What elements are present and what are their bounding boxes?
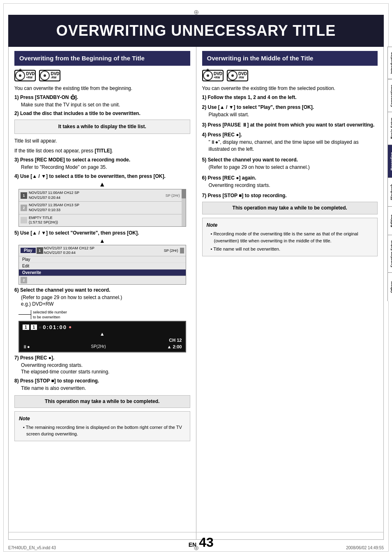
tab-playback[interactable]: Playback bbox=[387, 177, 392, 206]
title-list: 1 NOV/21/07 11:00AM CH12 SPNOV/21/07 0:2… bbox=[18, 189, 186, 227]
rec-remaining: ▲ 2:00 bbox=[167, 344, 182, 349]
rec-bottom-row: ⏸● SP(2Hr) ▲ 2:00 bbox=[23, 344, 182, 349]
rec-label-line-h1 bbox=[18, 314, 31, 315]
rec-screen: 1 1 ○ 0:01:00 ● ▲ CH 12 ⏸● SP(2Hr) ▲ 2:0… bbox=[18, 321, 186, 352]
title-info-1: NOV/21/07 11:00AM CH12 SPNOV/21/07 0:20:… bbox=[29, 191, 164, 200]
context-menu-area: ▲ Play 1 NOV/21/07 11:00AM CH12 SPNOV/21… bbox=[18, 237, 186, 285]
right-step-1: 1) Follow the steps 1, 2 and 4 on the le… bbox=[202, 94, 378, 100]
left-section-header: Overwriting from the Beginning of the Ti… bbox=[14, 51, 190, 66]
dvd-logo-plus-rw: ⊕ DVD +RW bbox=[14, 70, 36, 81]
tab-function-setup[interactable]: Function Setup bbox=[387, 235, 392, 272]
title-quality-1: SP (2Hr) bbox=[166, 193, 180, 198]
rec-timer: 0:01:00 bbox=[43, 324, 67, 330]
right-note-bullet-2: • Title name will not be overwritten. bbox=[211, 246, 374, 253]
footer-date: 2008/06/02 14:49:55 bbox=[346, 546, 384, 550]
title-list-row-2: 2 NOV/22/07 11:35AM CH13 SPNOV/22/07 0:1… bbox=[19, 202, 182, 214]
right-step-7: 7) Press [STOP ■] to stop recording. bbox=[202, 193, 378, 198]
left-step-8-body: Title name is also overwritten. bbox=[21, 385, 190, 392]
tab-recording[interactable]: Recording bbox=[387, 145, 392, 177]
right-intro-text: You can overwrite the existing title fro… bbox=[202, 85, 378, 92]
left-step-7-body: Overwriting recording starts.The elapsed… bbox=[21, 362, 190, 376]
context-up-arrow: ▲ bbox=[18, 237, 186, 244]
context-title-quality: SP (2Hr) bbox=[164, 249, 178, 253]
rec-num-badge: 1 bbox=[23, 325, 29, 330]
tab-basic-setup[interactable]: Basic Setup bbox=[387, 112, 392, 145]
right-step-6: 6) Press [REC ●] again. bbox=[202, 175, 378, 181]
right-dvd-logo-plus-rw: ⊕ DVD +RW bbox=[202, 70, 224, 81]
left-step-4: 4) Use [▲ / ▼] to select a title to be o… bbox=[14, 173, 190, 179]
context-menu: Play 1 NOV/21/07 11:00AM CH12 SPNOV/21/0… bbox=[18, 245, 186, 285]
footer-pagenum: 43 bbox=[199, 535, 214, 550]
left-step-5: 5) Use [▲ / ▼] to select "Overwrite", th… bbox=[14, 230, 190, 236]
left-step-2: 2) Load the disc that includes a title t… bbox=[14, 111, 190, 116]
title-num-1: 1 bbox=[21, 192, 27, 199]
context-title-row: Play 1 NOV/21/07 11:00AM CH12 SPNOV/21/0… bbox=[19, 245, 186, 256]
context-item-overwrite[interactable]: Overwrite bbox=[19, 269, 186, 276]
context-item-edit[interactable]: Edit bbox=[19, 263, 186, 269]
rec-dot-indicator: ● bbox=[69, 324, 71, 330]
context-item-play[interactable]: Play bbox=[19, 256, 186, 263]
top-crosshair-mark: ⊕ bbox=[194, 8, 199, 16]
tab-connections[interactable]: Connections bbox=[387, 79, 392, 112]
left-step-1-body: Make sure that the TV input is set on th… bbox=[21, 101, 190, 108]
title-list-scrollbar[interactable] bbox=[182, 189, 186, 226]
right-step-5-body: (Refer to page 29 on how to select a cha… bbox=[209, 164, 378, 171]
tab-editing[interactable]: Editing bbox=[387, 206, 392, 235]
dvd-logo-minus-rw: DVD -RW bbox=[39, 70, 60, 81]
right-column: Overwriting in the Middle of the Title ⊕… bbox=[196, 47, 384, 539]
right-step-5: 5) Select the channel you want to record… bbox=[202, 157, 378, 163]
title-list-scrollbar-thumb bbox=[182, 189, 186, 198]
left-step-7: 7) Press [REC ●]. bbox=[14, 355, 190, 361]
tab-introduction[interactable]: Introduction bbox=[387, 47, 392, 79]
left-note-title: Note bbox=[19, 415, 186, 422]
right-step-4: 4) Press [REC ●]. bbox=[202, 132, 378, 138]
rec-quality-label: SP(2Hr) bbox=[91, 344, 106, 349]
left-title-note-2: If the title list does not appear, press… bbox=[14, 147, 190, 154]
right-dvd-logos: ⊕ DVD +RW DVD -RW bbox=[202, 70, 378, 81]
right-operation-box: This operation may take a while to be co… bbox=[202, 202, 378, 214]
left-step-8: 8) Press [STOP ■] to stop recording. bbox=[14, 378, 190, 384]
rec-screen-left: 1 1 ○ 0:01:00 ● bbox=[23, 324, 71, 330]
left-step-6: 6) Select the channel you want to record… bbox=[14, 287, 190, 293]
rec-pause-rec: ⏸● bbox=[23, 344, 30, 349]
left-step-6-body: (Refer to page 29 on how to select a cha… bbox=[21, 294, 190, 308]
left-step-3-body: Refer to "Recording Mode" on page 35. bbox=[21, 164, 190, 171]
right-note-title: Note bbox=[207, 221, 374, 229]
right-step-2-body: Playback will start. bbox=[209, 111, 378, 118]
right-section-header: Overwriting in the Middle of the Title bbox=[202, 51, 378, 66]
context-row-2: 2 bbox=[19, 276, 186, 284]
footer-file: E7H40UD_EN_v5.indd 43 bbox=[8, 546, 56, 550]
left-intro-text: You can overwrite the existing title fro… bbox=[14, 85, 190, 92]
left-column: Overwriting from the Beginning of the Ti… bbox=[9, 47, 196, 539]
tab-others[interactable]: Others bbox=[387, 272, 392, 301]
left-note-box: Note • The remaining recording time is d… bbox=[14, 411, 190, 441]
context-menu-play: Play bbox=[21, 248, 36, 253]
sidebar-tabs: Introduction Connections Basic Setup Rec… bbox=[387, 47, 392, 301]
rec-circle-indicator: ○ bbox=[39, 325, 41, 329]
title-list-row-3: EMPTY TITLE(1:57:52 SP(2Hr)) bbox=[19, 214, 182, 226]
left-dvd-logos: ⊕ DVD +RW DVD -RW bbox=[14, 70, 190, 81]
rec-label-text: selected title numberto be overwritten bbox=[33, 310, 67, 320]
bottom-crosshair-mark: ⊕ bbox=[194, 544, 199, 552]
right-dvd-logo-minus-rw: DVD -RW bbox=[227, 70, 248, 81]
title-num-3 bbox=[21, 217, 27, 223]
rec-screen-top: 1 1 ○ 0:01:00 ● bbox=[23, 324, 182, 330]
rec-counter-badge: 1 bbox=[31, 325, 37, 330]
left-info-box-1: It takes a while to display the title li… bbox=[14, 120, 190, 134]
rec-label-line-v bbox=[31, 310, 31, 319]
context-title-num: 1 bbox=[37, 247, 43, 254]
right-step-3: 3) Press [PAUSE ⏸] at the point from whi… bbox=[202, 122, 378, 128]
rec-arrow-up: ▲ bbox=[23, 331, 182, 337]
right-step-6-body: Overwriting recording starts. bbox=[209, 182, 378, 189]
context-scrollbar[interactable] bbox=[180, 248, 184, 253]
title-info-3: EMPTY TITLE(1:57:52 SP(2Hr)) bbox=[29, 216, 180, 225]
right-note-box: Note • Recording mode of the overwriting… bbox=[202, 218, 378, 256]
context-scrollbar-thumb bbox=[180, 248, 184, 253]
left-note-bullet: • The remaining recording time is displa… bbox=[23, 424, 186, 438]
left-operation-box: This operation may take a while to be co… bbox=[14, 395, 190, 408]
context-title-info: NOV/21/07 11:00AM CH12 SPNOV/21/07 0:20:… bbox=[44, 246, 163, 255]
left-step-1: 1) Press [STANDBY-ON ⏻]. bbox=[14, 94, 190, 100]
context-menu-items: Play Edit Overwrite bbox=[19, 256, 186, 276]
rec-label-area: selected title numberto be overwritten bbox=[18, 310, 186, 320]
rec-display-area: selected title numberto be overwritten 1… bbox=[18, 310, 186, 352]
